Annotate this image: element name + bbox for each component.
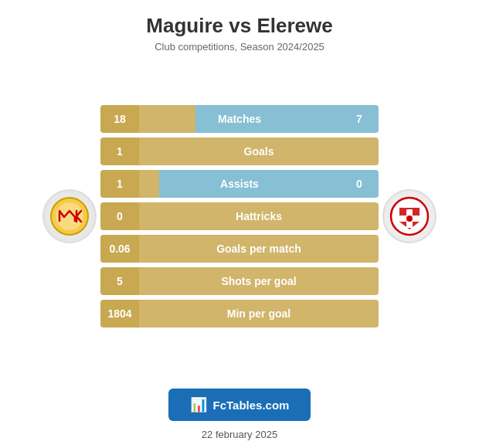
stat-row: 0Hattricks bbox=[100, 202, 379, 230]
svg-point-5 bbox=[406, 216, 413, 222]
stat-left-value: 0.06 bbox=[100, 235, 139, 263]
stat-row: 1Goals bbox=[100, 137, 379, 165]
stat-row: 1Assists0 bbox=[100, 170, 379, 198]
stat-left-value: 5 bbox=[100, 267, 139, 295]
stat-bar-area: Matches bbox=[139, 105, 340, 133]
stat-row: 0.06Goals per match bbox=[100, 235, 379, 263]
stat-bar-area: Goals bbox=[139, 137, 379, 165]
mk-dons-logo bbox=[42, 189, 97, 243]
stat-label: Min per goal bbox=[139, 307, 379, 320]
footer-date: 22 february 2025 bbox=[202, 429, 277, 440]
header: Maguire vs Elerewe Club competitions, Se… bbox=[138, 0, 340, 57]
bromley-logo bbox=[382, 189, 437, 243]
fctables-label: FcTables.com bbox=[213, 399, 290, 412]
left-club-logo bbox=[39, 189, 100, 243]
stat-label: Goals bbox=[139, 145, 379, 158]
main-area: 18Matches71Goals1Assists00Hattricks0.06G… bbox=[0, 66, 479, 365]
stat-bar-area: Min per goal bbox=[139, 300, 379, 328]
stat-bar-area: Hattricks bbox=[139, 202, 379, 230]
stat-left-value: 0 bbox=[100, 202, 139, 230]
stat-left-value: 18 bbox=[100, 105, 139, 133]
stats-container: 18Matches71Goals1Assists00Hattricks0.06G… bbox=[100, 105, 379, 328]
match-subtitle: Club competitions, Season 2024/2025 bbox=[146, 41, 332, 53]
stat-label: Goals per match bbox=[139, 243, 379, 255]
fctables-icon: 📊 bbox=[190, 396, 207, 413]
fctables-badge: 📊 FcTables.com bbox=[168, 389, 311, 421]
stat-label: Hattricks bbox=[139, 210, 379, 222]
stat-row: 1804Min per goal bbox=[100, 300, 379, 328]
stat-right-value: 7 bbox=[340, 105, 379, 133]
stat-label: Matches bbox=[139, 113, 340, 125]
stat-row: 5Shots per goal bbox=[100, 267, 379, 295]
stat-bar-area: Shots per goal bbox=[139, 267, 379, 295]
stat-left-value: 1 bbox=[100, 170, 139, 198]
stat-left-value: 1804 bbox=[100, 300, 139, 328]
match-title: Maguire vs Elerewe bbox=[146, 14, 332, 38]
right-club-logo bbox=[379, 189, 440, 243]
stat-left-value: 1 bbox=[100, 137, 139, 165]
stat-right-value: 0 bbox=[340, 170, 379, 198]
stat-label: Shots per goal bbox=[139, 275, 379, 287]
stat-row: 18Matches7 bbox=[100, 105, 379, 133]
stat-bar-area: Assists bbox=[139, 170, 340, 198]
stat-bar-area: Goals per match bbox=[139, 235, 379, 263]
stat-label: Assists bbox=[139, 178, 340, 190]
